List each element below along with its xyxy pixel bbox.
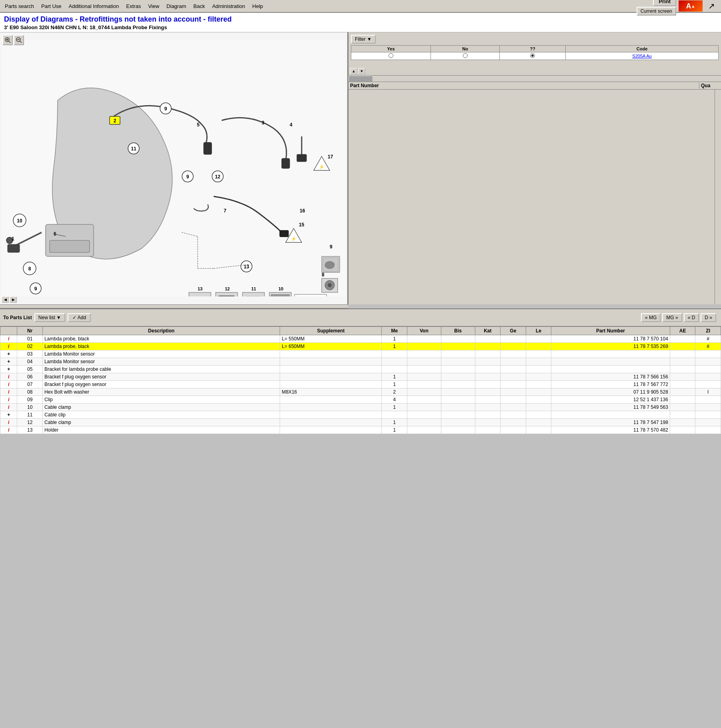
row-supplement: [280, 366, 382, 373]
panel-up-arrow[interactable]: ▲: [350, 68, 357, 74]
row-icon-cell: +: [0, 366, 17, 373]
row-part-number: 11 78 7 570 104: [551, 335, 670, 343]
filter-question-header: ??: [500, 46, 566, 52]
panel-nav-arrows: ▲ ▼: [348, 67, 721, 75]
table-row[interactable]: + 05 Bracket for lambda probe cable: [0, 366, 721, 373]
row-kat: [475, 388, 501, 396]
filter-code: S205A: [632, 54, 645, 58]
menu-administration[interactable]: Administration: [209, 2, 248, 10]
row-me: [382, 358, 407, 366]
info-icon: i: [8, 397, 9, 402]
menu-parts-search[interactable]: Parts search: [2, 2, 37, 10]
col-part-number: Part Number: [551, 327, 670, 335]
row-bis: [441, 419, 475, 426]
filter-no-radio[interactable]: [431, 52, 500, 60]
table-row[interactable]: i 13 Holder 1 11 78 7 570 482: [0, 426, 721, 434]
diagram-hscrollbar[interactable]: [0, 304, 348, 308]
menu-extras[interactable]: Extras: [123, 2, 144, 10]
row-me: 1: [382, 335, 407, 343]
row-le: [526, 404, 551, 411]
panel-hscrollbar[interactable]: [348, 75, 721, 82]
panel-down-arrow[interactable]: ▼: [358, 68, 365, 74]
right-scrollbar[interactable]: [715, 90, 721, 304]
svg-text:⚡: ⚡: [319, 164, 324, 170]
radio-yes[interactable]: [389, 53, 393, 58]
table-row[interactable]: i 07 Bracket f plug oxygen sensor 1 11 7…: [0, 381, 721, 388]
nav-d-prev[interactable]: « D: [684, 313, 699, 322]
row-le: [526, 366, 551, 373]
menu-diagram[interactable]: Diagram: [163, 2, 189, 10]
menu-part-use[interactable]: Part Use: [38, 2, 65, 10]
row-zi: [695, 366, 721, 373]
row-kat: [475, 381, 501, 388]
table-row[interactable]: + 11 Cable clip: [0, 411, 721, 419]
menu-back[interactable]: Back: [190, 2, 208, 10]
right-panel-scroll[interactable]: [348, 90, 721, 304]
row-kat: [475, 335, 501, 343]
table-row[interactable]: i 01 Lambda probe, black L= 550MM 1 11 7…: [0, 335, 721, 343]
row-ge: [501, 373, 526, 381]
zoom-in-button[interactable]: [2, 35, 13, 45]
row-le: [526, 335, 551, 343]
plus-icon: +: [7, 351, 10, 357]
new-list-label: New list: [38, 315, 55, 320]
menu-additional-info[interactable]: Additional Information: [66, 2, 122, 10]
filter-button[interactable]: Filter ▼: [351, 35, 376, 44]
filter-yes-radio[interactable]: [351, 52, 431, 60]
nav-d-next[interactable]: D »: [701, 313, 716, 322]
table-row[interactable]: i 09 Clip 4 12 52 1 437 136: [0, 396, 721, 404]
table-row[interactable]: i 06 Bracket f plug oxygen sensor 1 11 7…: [0, 373, 721, 381]
table-row[interactable]: i 02 Lambda probe, black L= 650MM 1 11 7…: [0, 343, 721, 350]
radio-question[interactable]: [530, 53, 535, 58]
row-bis: [441, 388, 475, 396]
table-row[interactable]: i 08 Hex Bolt with washer M8X16 2 07 11 …: [0, 388, 721, 396]
nav-left-arrow[interactable]: ◀: [2, 296, 9, 303]
filter-scrollbar[interactable]: [348, 63, 721, 66]
svg-text:11: 11: [131, 146, 136, 152]
row-ae: [670, 335, 695, 343]
row-kat: [475, 373, 501, 381]
print-button[interactable]: Print: [653, 0, 676, 6]
row-supplement: [280, 350, 382, 358]
menu-view[interactable]: View: [145, 2, 162, 10]
filter-code-cell[interactable]: S205A Au: [566, 52, 719, 60]
table-row[interactable]: + 04 Lambda Monitor sensor: [0, 358, 721, 366]
row-description: Lambda Monitor sensor: [42, 358, 280, 366]
row-description: Cable clamp: [42, 419, 280, 426]
add-button[interactable]: ✓ Add: [68, 313, 91, 322]
current-screen-button[interactable]: Current screen: [637, 7, 676, 16]
row-von: [407, 343, 441, 350]
nav-mg-next[interactable]: MG »: [662, 313, 682, 322]
new-list-dropdown-arrow: ▼: [56, 315, 61, 320]
filter-question-radio[interactable]: [500, 52, 566, 60]
row-ae: [670, 404, 695, 411]
diagram-nav: ◀ ▶: [2, 296, 17, 303]
row-kat: [475, 404, 501, 411]
svg-rect-70: [271, 294, 290, 296]
subtitle-bold: 18_0744 Lambda Probe Fixings: [90, 24, 167, 30]
svg-text:1: 1: [12, 236, 14, 242]
row-zi: #: [695, 335, 721, 343]
nav-mg-prev[interactable]: « MG: [641, 313, 661, 322]
filter-yes-header: Yes: [351, 46, 431, 52]
table-row[interactable]: + 03 Lambda Monitor sensor: [0, 350, 721, 358]
table-row[interactable]: i 12 Cable clamp 1 11 78 7 547 198: [0, 419, 721, 426]
zoom-out-button[interactable]: [14, 35, 24, 45]
row-nr: 06: [17, 373, 43, 381]
row-ge: [501, 396, 526, 404]
col-le: Le: [526, 327, 551, 335]
diagram-image[interactable]: ⚡ ⚡ 9 11 9 12 2: [0, 32, 347, 304]
row-me: 1: [382, 343, 407, 350]
row-icon-cell: +: [0, 350, 17, 358]
svg-text:11: 11: [251, 286, 256, 291]
svg-text:7: 7: [224, 208, 226, 214]
table-row[interactable]: i 10 Cable clamp 1 11 78 7 549 563: [0, 404, 721, 411]
add-checkmark-icon: ✓: [72, 315, 76, 320]
nav-right-arrow[interactable]: ▶: [10, 296, 17, 303]
radio-no[interactable]: [463, 53, 468, 58]
row-ae: [670, 358, 695, 366]
new-list-button[interactable]: New list ▼: [34, 313, 65, 322]
row-le: [526, 411, 551, 419]
menu-help[interactable]: Help: [249, 2, 266, 10]
data-table-container: Nr Description Supplement Me Von Bis Kat…: [0, 326, 721, 434]
